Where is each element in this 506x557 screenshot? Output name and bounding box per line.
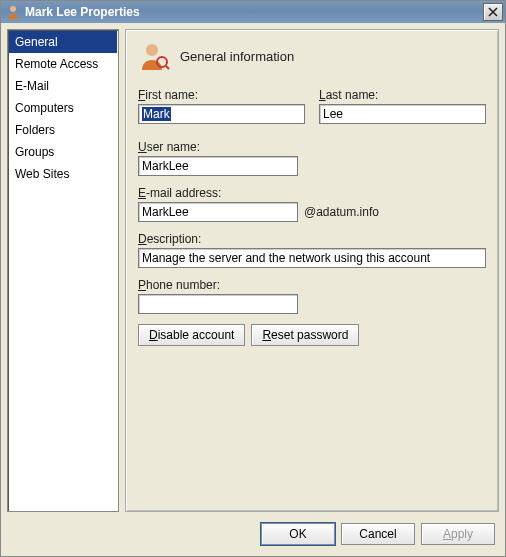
panel-title: General information (180, 49, 294, 64)
last-name-input[interactable] (319, 104, 486, 124)
description-label: Description: (138, 232, 486, 246)
titlebar: Mark Lee Properties (1, 1, 505, 23)
general-panel: General information First name: Mark Las… (125, 29, 499, 512)
sidebar: General Remote Access E-Mail Computers F… (7, 29, 119, 512)
footer: OK Cancel Apply (1, 518, 505, 556)
first-name-input[interactable]: Mark (138, 104, 305, 124)
sidebar-item-folders[interactable]: Folders (9, 119, 117, 141)
body: General Remote Access E-Mail Computers F… (1, 23, 505, 518)
sidebar-item-email[interactable]: E-Mail (9, 75, 117, 97)
user-search-icon (138, 40, 170, 72)
properties-window: Mark Lee Properties General Remote Acces… (0, 0, 506, 557)
user-icon (5, 4, 21, 20)
apply-button[interactable]: Apply (421, 523, 495, 545)
user-name-label: User name: (138, 140, 486, 154)
ok-button[interactable]: OK (261, 523, 335, 545)
email-input[interactable] (138, 202, 298, 222)
phone-label: Phone number: (138, 278, 486, 292)
svg-point-0 (10, 6, 16, 12)
user-name-input[interactable] (138, 156, 298, 176)
svg-point-2 (157, 57, 167, 67)
disable-account-button[interactable]: Disable account (138, 324, 245, 346)
sidebar-item-web-sites[interactable]: Web Sites (9, 163, 117, 185)
last-name-label: Last name: (319, 88, 486, 102)
panel-header: General information (138, 40, 486, 72)
sidebar-item-remote-access[interactable]: Remote Access (9, 53, 117, 75)
phone-input[interactable] (138, 294, 298, 314)
sidebar-item-computers[interactable]: Computers (9, 97, 117, 119)
sidebar-item-general[interactable]: General (9, 31, 117, 53)
email-domain: @adatum.info (304, 205, 379, 219)
reset-password-button[interactable]: Reset password (251, 324, 359, 346)
sidebar-item-groups[interactable]: Groups (9, 141, 117, 163)
svg-point-1 (146, 44, 158, 56)
email-label: E-mail address: (138, 186, 486, 200)
description-input[interactable] (138, 248, 486, 268)
window-title: Mark Lee Properties (25, 5, 483, 19)
cancel-button[interactable]: Cancel (341, 523, 415, 545)
close-button[interactable] (483, 3, 503, 21)
first-name-label: First name: (138, 88, 305, 102)
